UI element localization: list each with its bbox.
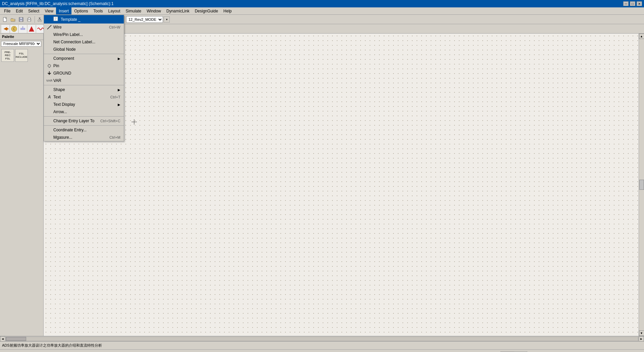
palette-select[interactable]: Freescale MRF8P9040N Level2 [1, 41, 41, 47]
toolbar-sep-3 [105, 16, 105, 23]
svg-rect-3 [20, 20, 22, 21]
svg-rect-35 [21, 28, 25, 30]
pin-insert-button[interactable] [19, 25, 27, 33]
svg-marker-49 [109, 28, 111, 30]
title-bar-controls: ─ □ ✕ [623, 1, 642, 6]
palette-header: Palette [0, 34, 43, 40]
svg-line-16 [68, 20, 70, 21]
palette-item-1[interactable]: PRE-RECFSL [1, 49, 14, 62]
zoom-fit-button[interactable] [64, 16, 71, 23]
red-triangle-button[interactable] [28, 25, 36, 33]
horizontal-scroll-thumb[interactable] [6, 337, 26, 341]
scroll-up-button[interactable]: ▲ [639, 34, 644, 39]
canvas-area [44, 34, 639, 336]
svg-marker-24 [90, 17, 94, 21]
right-scrollbar[interactable]: ▲ ▼ [639, 34, 644, 336]
toolbar-sep-2 [62, 16, 62, 23]
palette-dropdown-btn[interactable]: ▾ [164, 16, 170, 23]
svg-point-31 [118, 20, 119, 21]
menu-designguide[interactable]: DesignGuide [192, 7, 221, 14]
toolbar-sep-5 [50, 26, 50, 32]
svg-rect-5 [28, 17, 30, 19]
minimize-button[interactable]: ─ [623, 1, 629, 6]
zoom-in-button[interactable] [72, 16, 79, 23]
horizontal-scroll-track[interactable] [6, 337, 638, 341]
horizontal-scrollbar: ◄ ► [0, 336, 644, 341]
svg-point-9 [38, 20, 40, 21]
toolbar-sep-1 [35, 16, 35, 23]
title-bar: DC_analysis [RFPA_lib:DC_analysis:schema… [0, 0, 644, 7]
svg-text:V: V [55, 28, 57, 31]
back-arrow-button[interactable] [1, 25, 9, 33]
scroll-thumb[interactable] [639, 180, 644, 190]
significant-digits-button[interactable]: SignificantDigits [90, 25, 114, 33]
menu-simulate[interactable]: Simulate [123, 7, 144, 14]
menu-edit[interactable]: Edit [13, 7, 25, 14]
main-layout: Palette Freescale MRF8P9040N Level2 PRE-… [0, 34, 644, 336]
copy-button[interactable] [45, 16, 52, 23]
zoom-out-button[interactable] [80, 16, 87, 23]
zoom-next-button[interactable] [96, 16, 103, 23]
new-button[interactable] [1, 16, 9, 23]
menu-insert[interactable]: Insert [56, 7, 71, 14]
scroll-down-button[interactable]: ▼ [639, 331, 644, 336]
status-description: ADS射频功率放大器设计之功率放大器的介绍和直流特性分析 [2, 343, 102, 348]
menu-view[interactable]: View [42, 7, 56, 14]
svg-text:C: C [13, 27, 15, 31]
canvas-grid [44, 34, 639, 336]
palette-dropdown[interactable]: 12_Rev2_MODEL_FET2 [126, 16, 163, 23]
significant-digits-dropdown-arrow [109, 27, 112, 31]
more-tools-button[interactable]: » [45, 27, 48, 31]
menu-tools[interactable]: Tools [91, 7, 106, 14]
svg-rect-6 [28, 20, 30, 21]
menu-window[interactable]: Window [144, 7, 164, 14]
close-button[interactable]: ✕ [637, 1, 642, 6]
toolbar-sep-6 [88, 26, 88, 32]
status-bar-bottom: Select: Click and drag to select. 0 item… [0, 349, 644, 352]
voltage-probe-button[interactable]: V [52, 25, 60, 33]
scroll-left-button[interactable]: ◄ [0, 336, 5, 342]
window-title: DC_analysis [RFPA_lib:DC_analysis:schema… [2, 1, 114, 6]
toolbar-row-1: 12_Rev2_MODEL_FET2 ▾ [0, 15, 644, 24]
svg-marker-32 [4, 27, 8, 31]
significant-digits-label: SignificantDigits [92, 25, 108, 33]
menu-options[interactable]: Options [71, 7, 91, 14]
svg-point-10 [40, 20, 42, 21]
svg-text:I: I [64, 28, 65, 31]
save-button[interactable] [17, 16, 25, 23]
menu-bar: File Edit Select View Insert Options Too… [0, 7, 644, 15]
scroll-right-button[interactable]: ► [639, 336, 644, 342]
svg-rect-14 [56, 17, 57, 19]
wave-button[interactable] [36, 25, 44, 33]
svg-text:OP: OP [72, 28, 75, 30]
print-button[interactable] [25, 16, 33, 23]
palette-item-2[interactable]: FSLINCLUDE [15, 49, 28, 62]
delete-button[interactable] [115, 16, 122, 23]
op-button[interactable]: OP [69, 25, 77, 33]
menu-help[interactable]: Help [221, 7, 234, 14]
component-insert-button[interactable]: C [10, 25, 18, 33]
cut-button[interactable] [37, 16, 44, 23]
delete-all-button[interactable] [107, 16, 114, 23]
status-bar-top: ADS射频功率放大器设计之功率放大器的介绍和直流特性分析 [0, 341, 644, 349]
toolbar-sep-4 [124, 16, 124, 23]
palette-items: PRE-RECFSL FSLINCLUDE [0, 48, 43, 63]
svg-rect-2 [20, 17, 22, 19]
menu-dynamiclink[interactable]: DynamicLink [164, 7, 192, 14]
menu-layout[interactable]: Layout [106, 7, 123, 14]
svg-rect-12 [46, 17, 49, 20]
multiport-button[interactable] [78, 25, 86, 33]
restore-button[interactable]: □ [630, 1, 635, 6]
current-probe-button[interactable]: I [61, 25, 69, 33]
sidebar: Palette Freescale MRF8P9040N Level2 PRE-… [0, 34, 44, 336]
zoom-prev-button[interactable] [88, 16, 95, 23]
toolbar-row-2: C » V I OP [0, 24, 644, 34]
open-button[interactable] [9, 16, 17, 23]
menu-file[interactable]: File [1, 7, 13, 14]
svg-marker-25 [98, 17, 102, 21]
menu-select[interactable]: Select [25, 7, 42, 14]
paste-button[interactable] [53, 16, 60, 23]
svg-marker-37 [29, 26, 34, 32]
